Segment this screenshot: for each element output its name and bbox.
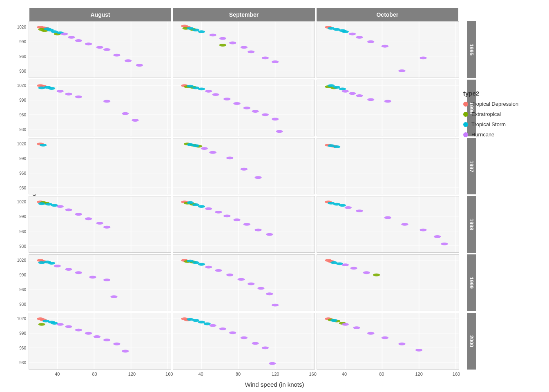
legend-item-extratropical: Extratropical bbox=[463, 111, 545, 117]
facet-1998-october bbox=[317, 196, 459, 253]
facet-grid bbox=[29, 21, 459, 370]
svg-point-320 bbox=[94, 335, 100, 338]
svg-point-190 bbox=[38, 203, 45, 205]
svg-point-27 bbox=[136, 64, 143, 67]
svg-point-256 bbox=[65, 268, 72, 271]
x-tick-80-3: 80 bbox=[379, 372, 384, 376]
svg-point-41 bbox=[187, 27, 194, 30]
svg-point-22 bbox=[85, 42, 92, 45]
row-label-1999: 1999 bbox=[467, 254, 476, 311]
svg-point-109 bbox=[223, 98, 230, 100]
svg-point-318 bbox=[75, 329, 82, 332]
svg-point-45 bbox=[219, 37, 226, 40]
svg-point-196 bbox=[85, 218, 92, 220]
svg-point-218 bbox=[243, 223, 250, 226]
svg-point-43 bbox=[198, 30, 205, 33]
svg-point-299 bbox=[363, 272, 370, 274]
svg-point-67 bbox=[356, 36, 363, 39]
x-tick-160-3: 160 bbox=[453, 372, 460, 376]
col-header-september: September bbox=[173, 8, 315, 21]
svg-point-108 bbox=[212, 93, 219, 96]
x-tick-40-2: 40 bbox=[198, 372, 203, 376]
svg-point-86 bbox=[57, 90, 64, 93]
svg-point-364 bbox=[399, 343, 406, 345]
y-tick-990-1: 990 bbox=[19, 39, 26, 44]
x-axis-label: Wind speed (in knots) bbox=[245, 381, 304, 388]
svg-point-48 bbox=[248, 50, 254, 53]
svg-point-279 bbox=[237, 278, 244, 281]
svg-point-359 bbox=[330, 319, 337, 322]
y-tick-930-1: 930 bbox=[19, 69, 26, 74]
svg-point-66 bbox=[349, 33, 356, 36]
legend-dot-extratropical bbox=[463, 112, 468, 117]
legend-label-hurricane: Hurricane bbox=[471, 131, 494, 138]
chart-container: Air pressure (in mbar) Wind speed (in kn… bbox=[0, 0, 549, 392]
facet-1995-september bbox=[173, 21, 315, 78]
legend-title: type2 bbox=[463, 90, 545, 97]
svg-point-236 bbox=[384, 216, 391, 219]
row-labels: 1995 1996 1997 1998 1999 2000 bbox=[467, 21, 476, 370]
svg-point-321 bbox=[103, 339, 110, 341]
svg-rect-135 bbox=[29, 138, 171, 194]
svg-point-274 bbox=[192, 261, 199, 264]
y-tick-990-5: 990 bbox=[19, 273, 26, 277]
y-tick-990-6: 990 bbox=[19, 331, 26, 336]
svg-point-177 bbox=[333, 145, 340, 148]
svg-point-42 bbox=[192, 29, 199, 31]
svg-point-159 bbox=[192, 144, 199, 147]
svg-point-195 bbox=[75, 213, 82, 216]
svg-point-344 bbox=[261, 347, 268, 350]
svg-point-239 bbox=[434, 236, 441, 238]
svg-point-323 bbox=[122, 350, 129, 353]
legend-dot-tropical-depression bbox=[463, 102, 468, 107]
svg-point-104 bbox=[187, 85, 194, 87]
svg-point-235 bbox=[356, 210, 363, 213]
facet-2000-august bbox=[29, 313, 171, 370]
y-tick-group-2: 1020 990 960 930 bbox=[0, 80, 28, 136]
svg-point-278 bbox=[226, 274, 233, 276]
svg-point-112 bbox=[252, 110, 259, 113]
y-tick-960-2: 960 bbox=[19, 112, 26, 117]
svg-point-69 bbox=[382, 45, 388, 48]
svg-point-322 bbox=[113, 343, 120, 345]
svg-point-110 bbox=[233, 102, 240, 105]
y-tick-960-3: 960 bbox=[19, 171, 26, 175]
svg-point-280 bbox=[248, 283, 254, 285]
col-header-october: October bbox=[317, 8, 458, 21]
x-tick-group-1: 40 80 120 160 bbox=[29, 372, 172, 380]
svg-point-46 bbox=[229, 42, 236, 45]
svg-point-277 bbox=[215, 269, 222, 272]
svg-point-260 bbox=[110, 296, 117, 298]
svg-point-127 bbox=[328, 84, 335, 87]
y-tick-1020-1: 1020 bbox=[17, 24, 26, 29]
svg-point-26 bbox=[125, 59, 132, 62]
legend-label-extratropical: Extratropical bbox=[471, 111, 501, 117]
svg-point-281 bbox=[257, 287, 264, 290]
svg-point-106 bbox=[198, 87, 205, 90]
svg-point-273 bbox=[187, 260, 194, 263]
svg-point-88 bbox=[75, 95, 82, 98]
svg-point-360 bbox=[342, 323, 349, 326]
svg-point-90 bbox=[122, 112, 129, 115]
col-header-august: August bbox=[29, 8, 171, 21]
svg-point-130 bbox=[342, 90, 349, 93]
svg-point-162 bbox=[226, 156, 233, 159]
svg-point-240 bbox=[441, 243, 448, 245]
svg-point-342 bbox=[240, 336, 247, 339]
svg-point-163 bbox=[240, 167, 247, 170]
y-tick-990-2: 990 bbox=[19, 98, 26, 102]
svg-point-215 bbox=[215, 211, 222, 214]
svg-point-133 bbox=[367, 98, 374, 101]
x-tick-40-1: 40 bbox=[55, 372, 60, 376]
legend-dot-tropical-storm bbox=[463, 122, 468, 127]
svg-point-298 bbox=[350, 267, 357, 270]
y-tick-group-5: 1020 990 960 930 bbox=[0, 254, 28, 311]
legend-label-tropical-storm: Tropical Storm bbox=[471, 121, 506, 127]
svg-point-219 bbox=[254, 229, 261, 232]
y-tick-930-6: 930 bbox=[19, 361, 26, 365]
svg-point-361 bbox=[353, 326, 360, 329]
svg-point-216 bbox=[223, 215, 230, 218]
svg-point-337 bbox=[198, 321, 205, 324]
svg-point-319 bbox=[85, 332, 92, 335]
svg-point-24 bbox=[103, 48, 110, 51]
